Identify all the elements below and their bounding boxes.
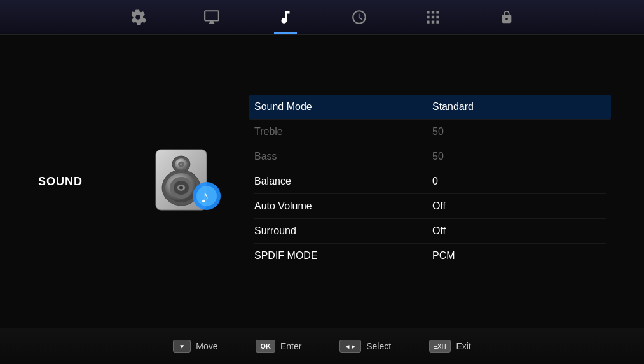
main-content: SOUND — [0, 35, 644, 328]
setting-row-bass[interactable]: Bass 50 — [254, 144, 606, 169]
balance-value: 0 — [432, 176, 483, 187]
sound-mode-value: Standard — [432, 101, 483, 113]
spdif-label: SPDIF MODE — [254, 250, 432, 262]
lock-nav-icon[interactable] — [495, 6, 518, 29]
select-control: ◄► Select — [339, 340, 391, 353]
surround-value: Off — [432, 225, 483, 237]
bottom-bar: ▼ Move OK Enter ◄► Select EXIT Exit — [0, 328, 644, 364]
balance-label: Balance — [254, 176, 432, 187]
surround-label: Surround — [254, 225, 432, 237]
treble-value: 50 — [432, 126, 483, 137]
auto-volume-label: Auto Volume — [254, 200, 432, 212]
select-label: Select — [366, 341, 391, 351]
top-navigation — [0, 0, 644, 35]
time-nav-icon[interactable] — [348, 6, 371, 29]
display-nav-icon[interactable] — [200, 6, 223, 29]
bass-value: 50 — [432, 151, 483, 162]
bass-label: Bass — [254, 151, 432, 162]
sound-nav-icon[interactable] — [274, 6, 297, 29]
svg-point-6 — [179, 186, 183, 190]
section-label: SOUND — [38, 175, 140, 188]
move-control: ▼ Move — [173, 340, 217, 353]
enter-button[interactable]: OK — [256, 340, 275, 353]
move-label: Move — [196, 341, 217, 351]
treble-label: Treble — [254, 126, 432, 137]
svg-point-10 — [180, 163, 182, 165]
apps-nav-icon[interactable] — [421, 6, 444, 29]
sound-mode-label: Sound Mode — [254, 101, 432, 113]
enter-label: Enter — [280, 341, 301, 351]
svg-text:♪: ♪ — [200, 186, 209, 206]
exit-button[interactable]: EXIT — [429, 340, 451, 353]
select-button[interactable]: ◄► — [339, 340, 361, 353]
setting-row-sound-mode[interactable]: Sound Mode Standard — [249, 95, 611, 120]
spdif-value: PCM — [432, 250, 483, 262]
speaker-icon: ♪ — [149, 146, 232, 216]
setting-row-balance[interactable]: Balance 0 — [254, 169, 606, 194]
setting-row-surround[interactable]: Surround Off — [254, 219, 606, 244]
enter-control: OK Enter — [256, 340, 301, 353]
setting-row-spdif[interactable]: SPDIF MODE PCM — [254, 244, 606, 268]
auto-volume-value: Off — [432, 200, 483, 212]
settings-nav-icon[interactable] — [127, 6, 149, 29]
setting-row-treble[interactable]: Treble 50 — [254, 120, 606, 144]
exit-label: Exit — [456, 341, 470, 351]
move-button[interactable]: ▼ — [173, 340, 191, 353]
settings-panel: Sound Mode Standard Treble 50 Bass 50 Ba… — [242, 95, 606, 268]
setting-row-auto-volume[interactable]: Auto Volume Off — [254, 194, 606, 219]
speaker-icon-area: ♪ — [140, 146, 242, 216]
exit-control: EXIT Exit — [429, 340, 471, 353]
